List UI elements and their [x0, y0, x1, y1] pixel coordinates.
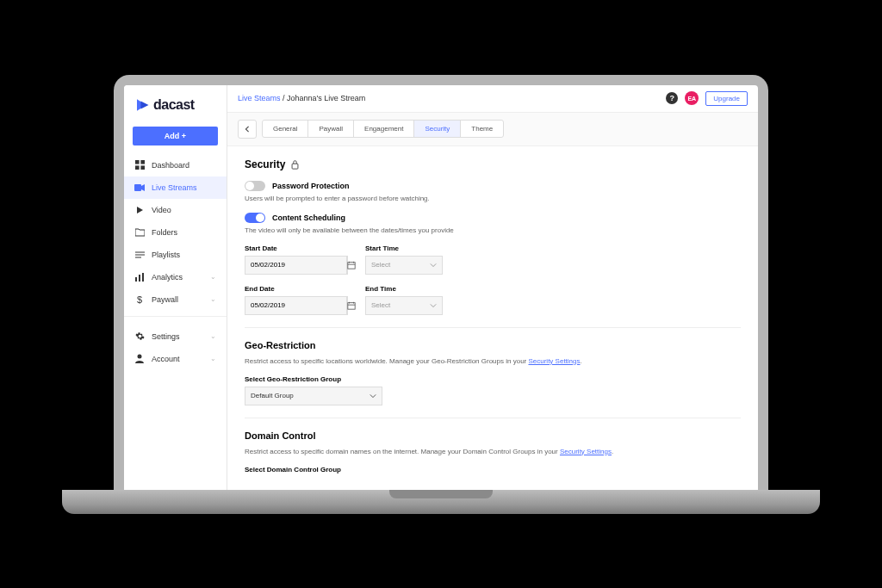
- lock-icon: [290, 159, 300, 170]
- start-time-select[interactable]: Select: [365, 256, 443, 275]
- back-button[interactable]: [238, 120, 257, 139]
- analytics-icon: [134, 272, 145, 282]
- chevron-down-icon: ⌄: [210, 355, 216, 362]
- nav-list-secondary: Settings ⌄ Account ⌄: [124, 325, 227, 370]
- chevron-left-icon: [244, 126, 251, 133]
- add-button[interactable]: Add +: [133, 127, 218, 145]
- end-time-label: End Time: [365, 285, 443, 293]
- geo-restriction-select[interactable]: Default Group: [245, 387, 382, 405]
- end-time-field: End Time Select: [365, 285, 443, 315]
- caret-down-icon: [430, 303, 437, 308]
- sidebar-item-label: Video: [152, 206, 171, 214]
- play-icon: [134, 205, 145, 215]
- end-row: End Date End Time Select: [245, 285, 741, 315]
- help-icon[interactable]: ?: [666, 92, 678, 104]
- chevron-down-icon: ⌄: [210, 273, 216, 281]
- sidebar-item-label: Account: [152, 355, 180, 363]
- caret-down-icon: [370, 393, 376, 399]
- sidebar-item-label: Dashboard: [152, 161, 189, 170]
- breadcrumb: Live Steams / Johanna's Live Stream: [238, 94, 365, 102]
- breadcrumb-parent[interactable]: Live Steams: [238, 94, 281, 102]
- laptop-base: [62, 490, 820, 514]
- content-scheduling-row: Content Scheduling: [245, 213, 741, 223]
- avatar[interactable]: EA: [685, 91, 699, 105]
- gear-icon: [134, 331, 145, 342]
- tab-engagement[interactable]: Engagement: [354, 121, 414, 137]
- svg-rect-0: [135, 160, 140, 164]
- sidebar-item-dashboard[interactable]: Dashboard: [124, 154, 227, 176]
- nav-list: Dashboard Live Streams Video Folder: [124, 154, 227, 311]
- camera-icon: [134, 183, 145, 193]
- logo-text: dacast: [153, 97, 195, 113]
- divider: [245, 418, 741, 418]
- start-date-value[interactable]: [245, 261, 346, 269]
- tabs: General Paywall Engagement Security Them…: [262, 120, 504, 138]
- folder-icon: [134, 227, 145, 238]
- geo-restriction-title: Geo-Restriction: [245, 340, 741, 350]
- domain-security-settings-link[interactable]: Security Settings: [560, 448, 612, 455]
- geo-select-value: Default Group: [251, 392, 294, 399]
- end-date-input[interactable]: [245, 296, 348, 315]
- laptop-notch: [389, 490, 493, 498]
- section-title-security: Security: [245, 158, 741, 170]
- start-row: Start Date Start Time Select: [245, 244, 741, 275]
- start-time-field: Start Time Select: [365, 244, 443, 275]
- sidebar-item-label: Analytics: [152, 273, 183, 282]
- domain-select-field: Select Domain Control Group: [245, 466, 741, 473]
- sidebar-item-video[interactable]: Video: [124, 199, 227, 221]
- upgrade-button[interactable]: Upgrade: [705, 91, 748, 106]
- end-time-placeholder: Select: [371, 301, 390, 309]
- end-date-label: End Date: [245, 285, 348, 293]
- logo: dacast: [124, 85, 227, 121]
- app-window: dacast Add + Dashboard Live Streams: [124, 85, 758, 490]
- domain-control-desc: Restrict access to specific domain names…: [245, 448, 741, 455]
- sidebar-item-label: Settings: [152, 332, 180, 341]
- content-scheduling-toggle[interactable]: [245, 213, 265, 223]
- sidebar-item-live-streams[interactable]: Live Streams: [124, 176, 227, 199]
- password-protection-toggle[interactable]: [245, 181, 265, 191]
- sidebar-item-account[interactable]: Account ⌄: [124, 348, 227, 370]
- topbar: Live Steams / Johanna's Live Stream ? EA…: [227, 85, 758, 113]
- svg-rect-18: [348, 302, 355, 309]
- tab-security[interactable]: Security: [414, 121, 461, 137]
- sidebar-item-analytics[interactable]: Analytics ⌄: [124, 266, 227, 288]
- logo-icon: [134, 97, 150, 113]
- sidebar-item-folders[interactable]: Folders: [124, 221, 227, 244]
- svg-rect-10: [142, 273, 144, 282]
- geo-select-field: Select Geo-Restriction Group Default Gro…: [245, 375, 741, 405]
- content-scheduling-desc: The video will only be available between…: [245, 226, 741, 234]
- svg-point-12: [138, 355, 142, 359]
- sidebar-item-settings[interactable]: Settings ⌄: [124, 325, 227, 348]
- domain-control-title: Domain Control: [245, 430, 741, 441]
- svg-text:$: $: [137, 294, 142, 305]
- calendar-icon[interactable]: [346, 297, 356, 314]
- geo-restriction-desc: Restrict access to specific locations wo…: [245, 357, 741, 365]
- breadcrumb-current: Johanna's Live Stream: [287, 94, 365, 102]
- end-time-select[interactable]: Select: [365, 296, 443, 315]
- svg-rect-13: [292, 164, 298, 169]
- password-protection-row: Password Protection: [245, 181, 741, 191]
- svg-rect-9: [139, 275, 140, 282]
- sidebar: dacast Add + Dashboard Live Streams: [124, 85, 227, 490]
- end-date-field: End Date: [245, 285, 348, 315]
- start-date-input[interactable]: [245, 256, 348, 275]
- sidebar-item-paywall[interactable]: $ Paywall ⌄: [124, 288, 227, 311]
- tab-theme[interactable]: Theme: [461, 121, 503, 137]
- tab-paywall[interactable]: Paywall: [308, 121, 354, 137]
- start-date-label: Start Date: [245, 244, 348, 252]
- start-date-field: Start Date: [245, 244, 348, 275]
- geo-security-settings-link[interactable]: Security Settings: [528, 357, 580, 365]
- person-icon: [134, 354, 145, 364]
- end-date-value[interactable]: [245, 301, 346, 309]
- sidebar-item-label: Playlists: [152, 251, 180, 259]
- caret-down-icon: [430, 263, 437, 268]
- geo-select-label: Select Geo-Restriction Group: [245, 375, 741, 383]
- sidebar-item-playlists[interactable]: Playlists: [124, 244, 227, 266]
- playlist-icon: [134, 250, 145, 260]
- svg-rect-8: [135, 277, 137, 282]
- domain-select-label: Select Domain Control Group: [245, 466, 741, 473]
- calendar-icon[interactable]: [346, 257, 356, 274]
- tab-general[interactable]: General: [263, 121, 308, 137]
- svg-rect-4: [134, 184, 141, 191]
- sidebar-item-label: Live Streams: [152, 183, 197, 192]
